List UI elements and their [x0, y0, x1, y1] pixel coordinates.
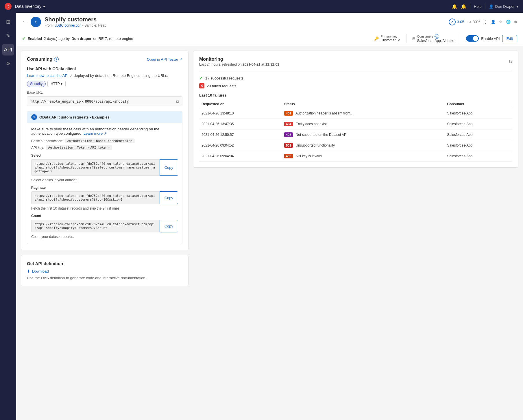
globe-icon[interactable]: 🌐	[506, 20, 511, 24]
failed-stat: ✕ 29 failed requests	[199, 83, 512, 88]
dataset-header: ← t Shopify customers From: JDBC connect…	[16, 13, 523, 31]
basic-auth-value: Authorization: Basic <credentials>	[65, 138, 135, 143]
failures-table: Requested on Status Consumer 2021-04-26 …	[199, 100, 512, 162]
base-url-text: http://<remote_engine_ip>:8080/apis/api-…	[31, 99, 129, 103]
nav-title-text: Data Inventory	[15, 4, 41, 9]
learn-more-link[interactable]: Learn more ↗	[84, 131, 107, 136]
learn-link[interactable]: Learn how to call the API	[27, 73, 69, 78]
monitoring-card: Monitoring Last 24 hours, refreshed on 2…	[193, 51, 518, 168]
cell-status-3: 501 Unsupported functionality	[282, 140, 445, 151]
nav-title[interactable]: Data Inventory ▾	[15, 4, 45, 9]
odata-title: OData API custom requests - Examples	[39, 115, 110, 119]
score-badge: ✔ 3.05	[449, 18, 464, 25]
cell-consumer-3: Salesforces-App	[445, 140, 513, 151]
user-name: Don Draper	[495, 4, 515, 9]
table-row: 2021-04-26 12:50:57 405 Not supported on…	[199, 129, 512, 140]
status-message-0: Authorization header is absent from..	[295, 111, 352, 115]
open-tester-text: Open in API Tester	[147, 57, 178, 62]
example-label-2: Count	[31, 214, 178, 218]
failed-icon: ✕	[199, 83, 204, 88]
status-message-4: API key is invalid	[295, 154, 322, 158]
odata-circle-icon: ▼	[31, 114, 37, 120]
back-button[interactable]: ←	[22, 19, 27, 25]
dataset-title: Shopify customers	[45, 16, 445, 23]
security-tabs: Security HTTP ▾	[27, 81, 182, 87]
sidebar-item-api[interactable]: API	[2, 44, 14, 55]
sidebar-item-grid[interactable]: ⊞	[2, 16, 14, 28]
example-url-row-0: https://rdapieu-talend-com-fde782c440.eu…	[31, 159, 178, 176]
share-icon[interactable]: ⋮	[484, 20, 487, 24]
nav-divider2	[485, 3, 485, 9]
cell-status-0: 401 Authorization header is absent from.…	[282, 108, 445, 119]
top-nav: t Data Inventory ▾ 🔔 🔔 Help 👤 Don Draper…	[0, 0, 523, 13]
failures-table-head: Requested on Status Consumer	[199, 100, 512, 108]
open-tester-link[interactable]: Open in API Tester ↗	[147, 57, 182, 62]
source-label: From:	[45, 23, 53, 27]
more-icon[interactable]: ⊕	[514, 20, 517, 24]
copy-base-url-icon[interactable]: ⧉	[176, 99, 179, 104]
dataset-title-area: Shopify customers From: JDBC connection …	[45, 16, 445, 27]
download-label: Download	[32, 269, 49, 273]
consuming-title-text: Consuming	[27, 57, 52, 62]
odata-section: ▼ OData API custom requests - Examples M…	[27, 111, 182, 244]
consumers-value: Salesforce-App, Airtable	[417, 39, 454, 43]
learn-suffix: deployed by default on Remote Engines us…	[74, 73, 168, 78]
http-tab[interactable]: HTTP ▾	[47, 81, 65, 87]
toggle-switch[interactable]	[466, 35, 479, 42]
cell-time-3: 2021-04-26 09:04:52	[199, 140, 282, 151]
monitoring-stats: ✔ 17 successful requests ✕ 29 failed req…	[199, 71, 512, 88]
copy-button-2[interactable]: Copy	[160, 220, 178, 232]
cell-consumer-2: Salesforces-App	[445, 129, 513, 140]
failures-title: Last 10 failures	[199, 93, 512, 97]
primary-key-section: 🔑 Primary key Customer_id	[374, 35, 400, 42]
copy-button-0[interactable]: Copy	[160, 159, 178, 176]
right-panel: Monitoring Last 24 hours, refreshed on 2…	[193, 51, 518, 415]
cell-status-2: 405 Not supported on the Dataset API	[282, 129, 445, 140]
cell-consumer-1: Salesforces-App	[445, 119, 513, 129]
example-label-1: Paginate	[31, 186, 178, 190]
download-link[interactable]: ⬇ Download	[27, 269, 182, 273]
star-icon[interactable]: ☆	[499, 20, 502, 24]
cell-status-1: 404 Entity does not exist	[282, 119, 445, 129]
sidebar-item-edit[interactable]: ✎	[2, 30, 14, 42]
failed-count: 29 failed requests	[207, 84, 236, 88]
monitoring-title: Monitoring	[199, 57, 279, 62]
status-badge-1: 404	[284, 122, 293, 126]
cell-consumer-0: Salesforces-App	[445, 108, 513, 119]
source-link[interactable]: JDBC connection	[55, 23, 82, 27]
app-logo: t	[5, 3, 12, 10]
col-status: Status	[282, 100, 445, 108]
refresh-icon[interactable]: ↻	[509, 59, 512, 64]
consumers-info-icon[interactable]: ⓘ	[435, 34, 439, 39]
consuming-info-icon[interactable]: ?	[54, 57, 59, 62]
edit-button[interactable]: Edit	[502, 35, 517, 42]
divider1	[406, 34, 406, 43]
help-text[interactable]: Help	[474, 4, 482, 9]
cell-time-4: 2021-04-26 09:04:04	[199, 151, 282, 162]
cell-consumer-4: Salesforces-App	[445, 151, 513, 162]
basic-auth-label: Basic authentication:	[31, 139, 63, 143]
odata-header[interactable]: ▼ OData API custom requests - Examples	[27, 111, 182, 123]
consuming-title: Consuming ?	[27, 57, 59, 62]
get-api-panel: Get API definition ⬇ Download Use the OA…	[21, 255, 188, 286]
successful-stat: ✔ 17 successful requests	[199, 75, 512, 81]
sidebar-item-settings[interactable]: ⚙	[2, 58, 14, 69]
example-hint-2: Count your dataset records.	[31, 235, 178, 239]
monitoring-header: Monitoring Last 24 hours, refreshed on 2…	[199, 57, 512, 66]
copy-button-1[interactable]: Copy	[160, 191, 178, 204]
user-icon[interactable]: 👤	[491, 20, 496, 24]
score-circle: ✔	[449, 18, 456, 25]
api-key-label: API key:	[31, 146, 44, 150]
cell-time-1: 2021-04-26 13:47:35	[199, 119, 282, 129]
status-message-2: Not supported on the Dataset API	[296, 133, 348, 137]
bell-icon[interactable]: 🔔	[461, 4, 467, 9]
security-tab[interactable]: Security	[27, 81, 46, 87]
notifications-icon[interactable]: 🔔	[452, 4, 457, 9]
dataset-header-actions: ✔ 3.05 ☺ 80% ⋮ 👤 ☆ 🌐 ⊕	[449, 18, 517, 25]
example-hint-0: Select 2 fields in your dataset	[31, 178, 178, 182]
user-menu[interactable]: 👤 Don Draper ▾	[489, 4, 518, 9]
status-badge-2: 405	[284, 132, 293, 137]
odata-body: Make sure to send these calls with an au…	[27, 123, 182, 244]
download-icon: ⬇	[27, 269, 30, 273]
example-url-0: https://rdapieu-talend-com-fde782c440.eu…	[31, 159, 160, 176]
